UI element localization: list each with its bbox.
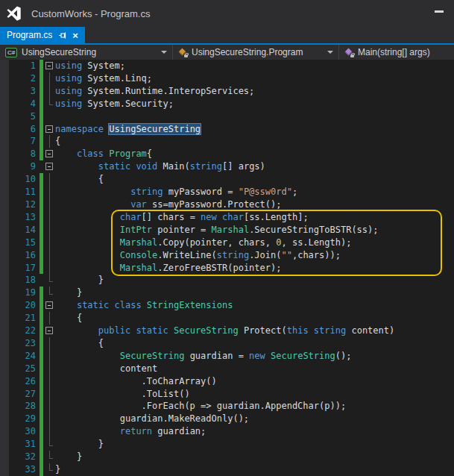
code-text[interactable]: } [55,463,60,476]
code-text[interactable]: using System; [55,60,125,72]
code-line[interactable]: 27 .ToList() [0,388,454,401]
code-text[interactable]: public static SecureString Protect(this … [55,325,394,337]
code-token: Marshal [212,225,250,235]
tab-program-cs[interactable]: Program.cs × [0,27,85,43]
csharp-project-icon: C# [5,48,17,57]
chevron-down-icon[interactable] [161,51,167,54]
close-icon[interactable]: × [72,31,78,40]
tab-strip: Program.cs × [0,27,454,43]
code-text[interactable]: string myPassword = "P@ssw0rd"; [55,186,297,198]
fold-collapse-box[interactable] [45,62,53,69]
fold-margin [44,286,55,299]
code-token: IntPtr [120,225,152,235]
code-line[interactable]: 15 Marshal.Copy(pointer, chars, 0, ss.Le… [0,237,454,249]
code-editor[interactable]: 1using System;2using System.Linq;3using … [0,60,454,476]
code-text[interactable]: return guardian; [55,425,206,438]
indicator-margin [0,160,9,173]
code-line[interactable]: 21 { [0,312,454,325]
code-text[interactable]: .ToCharArray() [55,375,217,388]
code-line[interactable]: 30 return guardian; [0,425,454,438]
code-line[interactable]: 19 } [0,286,454,299]
fold-collapse-box[interactable] [45,163,53,170]
code-line[interactable]: 29 guardian.MakeReadOnly(); [0,413,454,425]
code-line[interactable]: 12 var ss=myPassword.Protect(); [0,198,454,211]
code-text[interactable]: { [55,135,60,148]
fold-collapse-box[interactable] [45,327,53,334]
code-text[interactable]: } [55,451,82,463]
fold-guide-line [49,237,50,249]
code-text[interactable]: } [55,438,104,451]
code-text[interactable]: using System.Runtime.InteropServices; [55,85,254,98]
code-line[interactable]: 10 { [0,173,454,186]
code-line[interactable]: 24 SecureString guardian = new SecureStr… [0,350,454,363]
code-text[interactable]: content [55,363,157,375]
code-text[interactable]: guardian.MakeReadOnly(); [55,413,249,425]
code-text[interactable]: static void Main(string[] args) [55,160,265,173]
code-line[interactable]: 16 Console.WriteLine(string.Join("",char… [0,249,454,262]
code-text[interactable]: IntPtr pointer = Marshal.SecureStringToB… [55,224,379,237]
minimize-button[interactable] [432,8,446,16]
code-line[interactable]: 33} [0,463,454,476]
fold-collapse-box[interactable] [45,125,53,133]
code-token: System.Security; [82,98,174,109]
code-line[interactable]: 6namespace UsingSecureString [0,123,454,136]
code-line[interactable]: 28 .ForEach(p => guardian.AppendChar(p))… [0,400,454,413]
code-text[interactable]: .ForEach(p => guardian.AppendChar(p)); [55,400,346,413]
code-text[interactable]: namespace UsingSecureString [55,123,201,136]
code-text[interactable]: var ss=myPassword.Protect(); [55,198,281,211]
code-text[interactable]: .ToList() [55,388,190,401]
code-line[interactable]: 17 Marshal.ZeroFreeBSTR(pointer); [0,262,454,275]
chevron-down-icon[interactable] [327,51,333,54]
code-text[interactable]: Console.WriteLine(string.Join("",chars))… [55,249,341,262]
code-line[interactable]: 22 public static SecureString Protect(th… [0,325,454,337]
code-text[interactable]: char[] chars = new char[ss.Length]; [55,211,309,224]
member-dropdown[interactable]: Main(string[] args) [339,45,454,60]
code-line[interactable]: 4using System.Security; [0,98,454,110]
change-bar [40,123,43,136]
code-line[interactable]: 20 static class StringExtensions [0,299,454,312]
pin-icon[interactable] [58,31,66,40]
fold-collapse-box[interactable] [45,150,53,157]
code-line[interactable]: 1using System; [0,60,454,72]
code-line[interactable]: 13 char[] chars = new char[ss.Length]; [0,211,454,224]
fold-margin [44,463,55,476]
code-text[interactable]: static class StringExtensions [55,299,233,312]
type-dropdown[interactable]: UsingSecureString.Program [173,45,339,60]
code-line[interactable]: 7{ [0,135,454,148]
code-text[interactable]: using System.Linq; [55,72,152,85]
code-line[interactable]: 32 } [0,451,454,463]
code-token [55,148,77,159]
code-line[interactable]: 26 .ToCharArray() [0,375,454,388]
code-text[interactable]: { [55,312,82,325]
code-token [142,300,147,310]
fold-collapse-box[interactable] [45,301,53,309]
code-line[interactable]: 31 } [0,438,454,451]
code-line[interactable]: 23 { [0,337,454,350]
code-text[interactable]: } [55,274,104,286]
code-text[interactable]: { [55,337,104,350]
code-line[interactable]: 2using System.Linq; [0,72,454,85]
code-text[interactable]: Marshal.ZeroFreeBSTR(pointer); [55,262,281,275]
code-text[interactable]: class Program{ [55,148,152,160]
indicator-margin [0,413,9,425]
code-text[interactable]: { [55,173,104,186]
code-text[interactable]: SecureString guardian = new SecureString… [55,350,351,363]
code-line[interactable]: 11 string myPassword = "P@ssw0rd"; [0,186,454,198]
code-text[interactable]: } [55,286,82,299]
line-number: 12 [9,198,40,211]
code-line[interactable]: 14 IntPtr pointer = Marshal.SecureString… [0,224,454,237]
fold-guide-line [49,425,50,438]
code-token [55,263,120,273]
indicator-margin [0,337,9,350]
code-token [55,212,120,222]
code-line[interactable]: 3using System.Runtime.InteropServices; [0,85,454,98]
change-bar [40,451,43,463]
code-line[interactable]: 25 content [0,363,454,375]
code-line[interactable]: 9 static void Main(string[] args) [0,160,454,173]
code-line[interactable]: 8 class Program{ [0,148,454,160]
code-line[interactable]: 18 } [0,274,454,286]
code-line[interactable]: 5 [0,110,454,123]
code-text[interactable]: Marshal.Copy(pointer, chars, 0, ss.Lengt… [55,237,351,249]
code-text[interactable]: using System.Security; [55,98,174,110]
project-dropdown[interactable]: C# UsingSecureString [0,45,173,60]
